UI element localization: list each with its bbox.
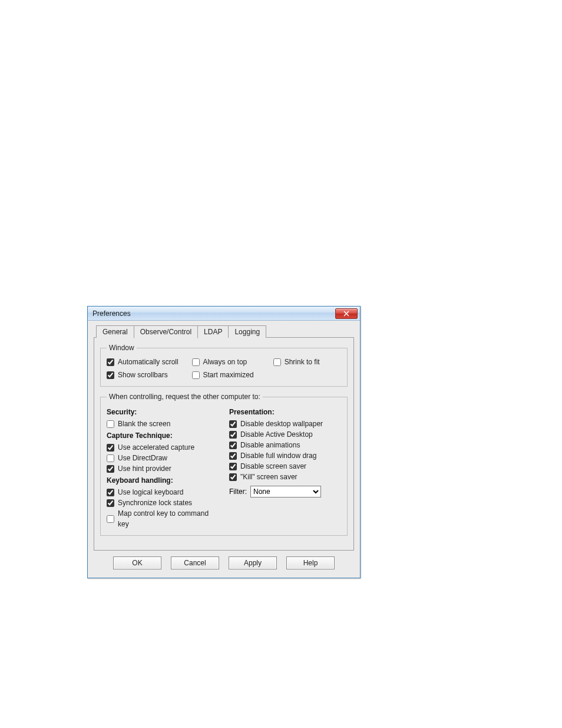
help-button[interactable]: Help xyxy=(286,556,335,569)
chk-shrink-to-fit-box[interactable] xyxy=(273,358,281,366)
chk-disable-animations-box[interactable] xyxy=(229,442,237,449)
chk-disable-screensaver[interactable]: Disable screen saver xyxy=(229,461,341,472)
chk-accel-capture-label: Use accelerated capture xyxy=(118,442,194,453)
chk-disable-screensaver-box[interactable] xyxy=(229,463,237,470)
chk-sync-lock[interactable]: Synchronize lock states xyxy=(107,498,219,508)
chk-sync-lock-label: Synchronize lock states xyxy=(118,498,192,508)
chk-auto-scroll-label: Automatically scroll xyxy=(118,357,178,367)
preferences-dialog: Preferences General Observe/Control LDAP… xyxy=(87,306,361,578)
tab-bar: General Observe/Control LDAP Logging xyxy=(94,325,354,338)
chk-logical-keyboard-box[interactable] xyxy=(107,489,114,496)
chk-disable-full-drag-box[interactable] xyxy=(229,452,237,460)
tab-ldap[interactable]: LDAP xyxy=(197,325,229,338)
chk-map-ctrl-box[interactable] xyxy=(107,515,114,523)
chk-logical-keyboard-label: Use logical keyboard xyxy=(118,487,183,498)
chk-disable-full-drag-label: Disable full window drag xyxy=(240,450,316,461)
chk-disable-animations[interactable]: Disable animations xyxy=(229,440,341,450)
filter-label: Filter: xyxy=(229,487,247,496)
chk-always-on-top[interactable]: Always on top xyxy=(192,357,267,367)
chk-show-scrollbars[interactable]: Show scrollbars xyxy=(107,370,186,380)
chk-start-maximized-box[interactable] xyxy=(192,371,200,379)
group-controlling-legend: When controlling, request the other comp… xyxy=(107,393,263,401)
chk-disable-animations-label: Disable animations xyxy=(240,440,300,450)
chk-auto-scroll[interactable]: Automatically scroll xyxy=(107,357,186,367)
title-presentation: Presentation: xyxy=(229,408,341,416)
chk-hint-provider-label: Use hint provider xyxy=(118,463,171,474)
tab-general[interactable]: General xyxy=(96,325,134,338)
chk-map-ctrl[interactable]: Map control key to command key xyxy=(107,508,219,529)
chk-start-maximized-label: Start maximized xyxy=(203,370,254,380)
chk-logical-keyboard[interactable]: Use logical keyboard xyxy=(107,487,219,498)
chk-kill-screensaver[interactable]: "Kill" screen saver xyxy=(229,472,341,482)
chk-start-maximized[interactable]: Start maximized xyxy=(192,370,267,380)
chk-always-on-top-box[interactable] xyxy=(192,358,200,366)
apply-button[interactable]: Apply xyxy=(229,556,277,569)
chk-disable-wallpaper[interactable]: Disable desktop wallpaper xyxy=(229,419,341,429)
title-security: Security: xyxy=(107,408,219,416)
button-row: OK Cancel Apply Help xyxy=(94,551,354,571)
chk-disable-wallpaper-label: Disable desktop wallpaper xyxy=(240,419,323,429)
chk-accel-capture[interactable]: Use accelerated capture xyxy=(107,442,219,453)
chk-show-scrollbars-label: Show scrollbars xyxy=(118,370,168,380)
dialog-body: General Observe/Control LDAP Logging Win… xyxy=(88,321,360,578)
tab-observe-control[interactable]: Observe/Control xyxy=(134,325,198,338)
chk-directdraw[interactable]: Use DirectDraw xyxy=(107,453,219,463)
chk-disable-active-desktop[interactable]: Disable Active Desktop xyxy=(229,429,341,440)
chk-blank-screen-box[interactable] xyxy=(107,420,114,428)
chk-sync-lock-box[interactable] xyxy=(107,499,114,507)
chk-accel-capture-box[interactable] xyxy=(107,444,114,452)
group-controlling: When controlling, request the other comp… xyxy=(100,393,348,536)
chk-hint-provider-box[interactable] xyxy=(107,465,114,473)
chk-shrink-to-fit[interactable]: Shrink to fit xyxy=(273,357,341,367)
chk-disable-full-drag[interactable]: Disable full window drag xyxy=(229,450,341,461)
filter-select[interactable]: None xyxy=(250,486,321,498)
group-window: Window Automatically scroll Always on to… xyxy=(100,344,348,387)
title-bar: Preferences xyxy=(88,307,360,321)
cancel-button[interactable]: Cancel xyxy=(171,556,219,569)
chk-blank-screen[interactable]: Blank the screen xyxy=(107,419,219,429)
close-button[interactable] xyxy=(335,308,358,319)
chk-disable-active-desktop-label: Disable Active Desktop xyxy=(240,429,313,440)
col-right: Presentation: Disable desktop wallpaper … xyxy=(229,406,341,529)
window-title: Preferences xyxy=(92,309,335,318)
chk-blank-screen-label: Blank the screen xyxy=(118,419,170,429)
chk-shrink-to-fit-label: Shrink to fit xyxy=(285,357,320,367)
title-keyboard: Keyboard handling: xyxy=(107,476,219,485)
title-capture: Capture Technique: xyxy=(107,431,219,440)
chk-directdraw-label: Use DirectDraw xyxy=(118,453,167,463)
tab-logging[interactable]: Logging xyxy=(228,325,266,338)
chk-disable-wallpaper-box[interactable] xyxy=(229,420,237,428)
col-left: Security: Blank the screen Capture Techn… xyxy=(107,406,219,529)
chk-directdraw-box[interactable] xyxy=(107,454,114,462)
chk-disable-screensaver-label: Disable screen saver xyxy=(240,461,306,472)
close-icon xyxy=(343,311,349,317)
filter-row: Filter: None xyxy=(229,486,341,498)
chk-kill-screensaver-box[interactable] xyxy=(229,473,237,481)
tab-panel-observe-control: Window Automatically scroll Always on to… xyxy=(94,337,354,551)
group-window-legend: Window xyxy=(107,344,137,352)
chk-hint-provider[interactable]: Use hint provider xyxy=(107,463,219,474)
chk-map-ctrl-label: Map control key to command key xyxy=(118,508,219,529)
chk-always-on-top-label: Always on top xyxy=(203,357,247,367)
chk-auto-scroll-box[interactable] xyxy=(107,358,114,366)
chk-show-scrollbars-box[interactable] xyxy=(107,371,114,379)
chk-kill-screensaver-label: "Kill" screen saver xyxy=(240,472,297,482)
ok-button[interactable]: OK xyxy=(113,556,161,569)
chk-disable-active-desktop-box[interactable] xyxy=(229,431,237,439)
